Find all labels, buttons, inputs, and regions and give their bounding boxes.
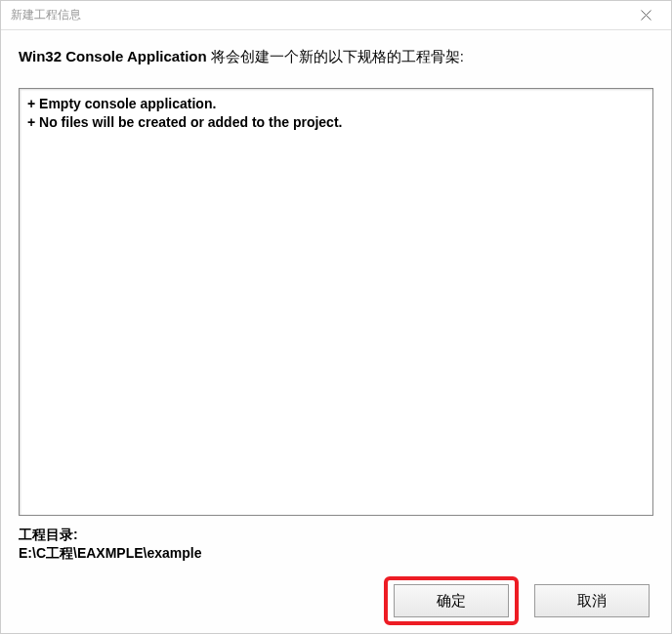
heading-bold: Win32 Console Application: [19, 48, 207, 64]
dialog-window: 新建工程信息 Win32 Console Application 将会创建一个新…: [0, 0, 672, 634]
heading-suffix: 将会创建一个新的以下规格的工程骨架:: [207, 48, 464, 64]
project-directory-path: E:\C工程\EAXMPLE\example: [19, 545, 653, 563]
dialog-content: Win32 Console Application 将会创建一个新的以下规格的工…: [1, 30, 671, 633]
close-icon: [641, 10, 651, 21]
heading: Win32 Console Application 将会创建一个新的以下规格的工…: [19, 48, 653, 66]
titlebar: 新建工程信息: [1, 1, 671, 30]
info-line: + No files will be created or added to t…: [27, 113, 645, 132]
info-box: + Empty console application. + No files …: [19, 88, 653, 516]
ok-button-highlight: 确定: [384, 576, 519, 625]
info-line: + Empty console application.: [27, 95, 645, 113]
cancel-button[interactable]: 取消: [534, 584, 650, 617]
ok-button[interactable]: 确定: [394, 584, 509, 617]
button-row: 确定 取消: [19, 584, 653, 617]
dialog-title: 新建工程信息: [11, 7, 81, 23]
close-button[interactable]: [628, 2, 663, 29]
project-directory-label: 工程目录:: [19, 526, 653, 545]
